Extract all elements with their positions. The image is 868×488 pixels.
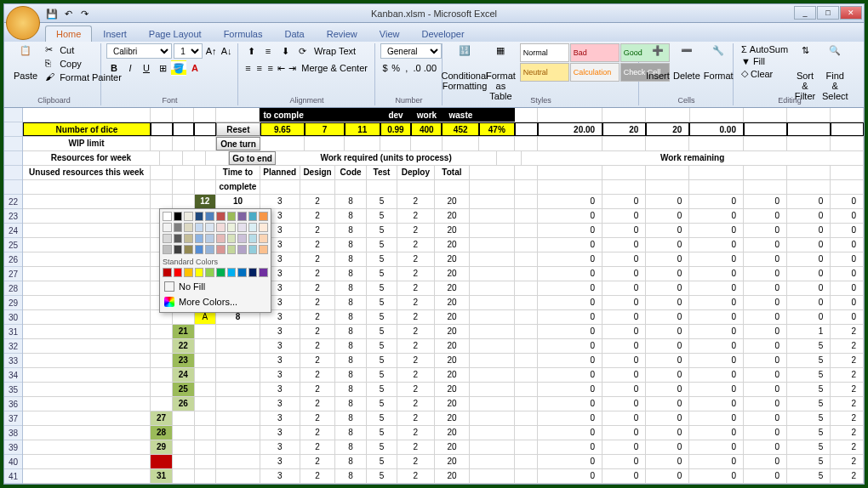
cell[interactable]: 0 [787,224,831,237]
cell[interactable] [23,238,151,252]
cell[interactable]: 0 [538,440,602,454]
cell[interactable] [470,455,514,468]
cell[interactable] [831,166,864,179]
cell[interactable]: 3 [260,397,300,411]
cell[interactable] [515,426,538,440]
cell[interactable]: 20 [435,281,471,295]
cell[interactable]: 20 [435,426,471,440]
cell[interactable]: 0 [646,397,689,411]
cell[interactable] [151,137,173,150]
cell[interactable] [367,180,397,194]
cell[interactable]: 5 [787,411,831,425]
cell[interactable]: 0 [787,195,831,208]
tab-developer[interactable]: Developer [410,26,475,42]
cell[interactable] [515,339,538,353]
color-swatch[interactable] [259,268,268,277]
cell[interactable]: 5 [367,368,397,382]
cell[interactable] [300,180,336,194]
cell[interactable] [470,238,514,252]
color-swatch[interactable] [174,223,183,232]
cell[interactable] [345,108,380,122]
cell[interactable] [744,180,787,194]
find-select-button[interactable]: 🔍Find & Select [820,43,850,103]
cell[interactable]: 0 [602,195,646,208]
cell[interactable]: 3 [260,383,300,396]
cell[interactable] [173,426,195,440]
align-middle-button[interactable]: ≡ [260,43,276,59]
office-button[interactable] [6,6,40,40]
color-swatch[interactable] [248,223,258,232]
cell[interactable] [515,253,538,266]
tab-page-layout[interactable]: Page Layout [138,26,213,42]
cell[interactable] [515,440,538,454]
cell[interactable]: 0 [744,281,787,295]
cell[interactable]: 0 [602,469,646,483]
cell[interactable]: 0 [787,253,831,266]
font-family-select[interactable]: Calibri [106,43,172,59]
color-swatch[interactable] [195,234,204,243]
cell[interactable]: 22 [173,339,195,353]
cell[interactable]: 0 [744,397,787,411]
cell[interactable]: 0 [538,195,602,208]
cell[interactable] [515,281,538,295]
cell[interactable]: 3 [260,195,300,208]
cell[interactable]: 0 [744,440,787,454]
cell[interactable] [646,108,689,122]
cell[interactable]: 5 [367,354,397,367]
cell[interactable]: 2 [397,296,434,309]
cell[interactable] [515,469,538,483]
color-swatch[interactable] [184,212,193,221]
increase-decimal-button[interactable]: .0 [412,60,421,76]
cell[interactable]: 3 [260,368,300,382]
cell[interactable]: 0 [538,383,602,396]
cell[interactable]: 20 [435,368,471,382]
cell[interactable] [470,339,514,353]
cell[interactable]: 8 [335,238,366,252]
cell[interactable] [23,195,151,208]
cell[interactable]: 0 [744,411,787,425]
cell[interactable]: 0 [744,224,787,237]
cell[interactable] [515,209,538,223]
cell[interactable]: 0 [602,383,646,396]
cell[interactable] [23,296,151,309]
cell[interactable] [470,310,514,324]
color-swatch[interactable] [174,245,183,254]
cell[interactable]: 0 [646,455,689,468]
cell[interactable]: Unused resources this week [23,166,151,179]
color-swatch[interactable] [237,223,247,232]
color-swatch[interactable] [174,268,183,277]
cell[interactable] [195,455,217,468]
cell[interactable]: 5 [787,440,831,454]
cell[interactable]: 0 [831,238,864,252]
cell[interactable] [470,281,514,295]
cell[interactable]: 5 [367,469,397,483]
cell[interactable]: 0 [744,209,787,223]
cell[interactable] [646,180,689,194]
cell[interactable]: 20 [602,122,646,136]
cell[interactable]: 47% [479,122,515,136]
cell[interactable]: 0 [646,426,689,440]
cell[interactable]: WIP limit [23,137,151,150]
style-calculation[interactable]: Calculation [570,63,620,82]
color-swatch[interactable] [227,234,237,243]
cell[interactable]: 0 [538,267,602,281]
undo-icon[interactable]: ↶ [61,7,75,20]
cell[interactable]: 0 [831,253,864,266]
percent-button[interactable]: % [391,60,401,76]
cell[interactable]: 0 [602,209,646,223]
color-swatch[interactable] [216,223,226,232]
cell[interactable]: 29 [151,440,173,454]
cell[interactable]: 0 [646,281,689,295]
cell[interactable] [195,440,217,454]
cell[interactable]: 0 [689,383,744,396]
cell[interactable]: 2 [300,383,336,396]
cell[interactable]: 8 [335,253,366,266]
cell[interactable] [173,411,195,425]
cell[interactable] [515,296,538,309]
color-swatch[interactable] [237,234,247,243]
cell[interactable] [260,180,300,194]
cell[interactable]: 2 [300,455,336,468]
cell[interactable]: 0 [744,368,787,382]
cell[interactable]: 5 [787,368,831,382]
cell[interactable] [515,397,538,411]
